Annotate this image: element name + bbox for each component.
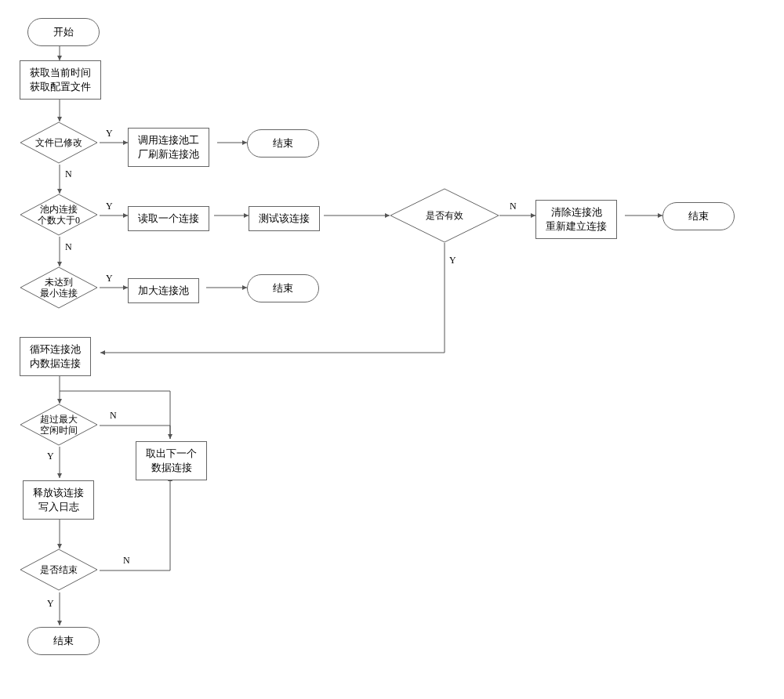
- not-min-decision: 未达到 最小连接: [20, 266, 98, 309]
- file-modified-label: 文件已修改: [35, 137, 82, 148]
- n-label-2: N: [65, 241, 72, 253]
- end4-label: 结束: [53, 634, 74, 648]
- test-conn-node: 测试该连接: [249, 206, 320, 231]
- exceed-idle-label: 超过最大 空闲时间: [40, 414, 78, 436]
- end3-label: 结束: [273, 281, 293, 295]
- flowchart-canvas: 开始 获取当前时间 获取配置文件 文件已修改 Y N 调用连接池工 厂刷新连接池…: [12, 12, 772, 694]
- is-valid-label: 是否有效: [426, 210, 463, 221]
- take-next-node: 取出下一个 数据连接: [136, 441, 207, 480]
- is-end-decision: 是否结束: [20, 549, 98, 591]
- y-label-4: Y: [106, 273, 113, 284]
- y-label: Y: [106, 128, 113, 139]
- y-label-5: Y: [47, 451, 54, 462]
- n-label-5: N: [110, 410, 117, 422]
- take-next-label: 取出下一个 数据连接: [146, 447, 197, 475]
- clear-rebuild-label: 清除连接池 重新建立连接: [546, 205, 607, 234]
- y-label-2: Y: [106, 201, 113, 212]
- release-log-label: 释放该连接 写入日志: [33, 486, 84, 514]
- enlarge-pool-node: 加大连接池: [128, 278, 199, 303]
- clear-rebuild-node: 清除连接池 重新建立连接: [535, 200, 617, 239]
- get-time-config-label: 获取当前时间 获取配置文件: [30, 66, 91, 94]
- test-conn-label: 测试该连接: [259, 212, 310, 226]
- end1-label: 结束: [273, 136, 293, 150]
- start-label: 开始: [53, 25, 74, 39]
- n-label-6: N: [123, 555, 130, 567]
- n-label-3: N: [510, 201, 517, 212]
- exceed-idle-decision: 超过最大 空闲时间: [20, 404, 98, 446]
- end4-node: 结束: [27, 627, 100, 655]
- not-min-label: 未达到 最小连接: [40, 277, 78, 299]
- pool-count-decision: 池内连接 个数大于0: [20, 194, 98, 236]
- get-time-config-node: 获取当前时间 获取配置文件: [20, 60, 101, 100]
- pool-count-label: 池内连接 个数大于0: [38, 204, 80, 226]
- read-one-label: 读取一个连接: [138, 212, 199, 226]
- end3-node: 结束: [247, 274, 319, 302]
- end2-label: 结束: [688, 209, 709, 223]
- is-valid-decision: 是否有效: [390, 188, 499, 243]
- loop-pool-node: 循环连接池 内数据连接: [20, 337, 91, 376]
- release-log-node: 释放该连接 写入日志: [23, 480, 94, 520]
- start-node: 开始: [27, 18, 100, 46]
- is-end-label: 是否结束: [40, 564, 78, 575]
- loop-pool-label: 循环连接池 内数据连接: [30, 342, 81, 371]
- end1-node: 结束: [247, 129, 319, 158]
- y-label-6: Y: [47, 598, 54, 610]
- call-factory-node: 调用连接池工 厂刷新连接池: [128, 128, 209, 167]
- read-one-node: 读取一个连接: [128, 206, 209, 231]
- end2-node: 结束: [662, 202, 735, 230]
- enlarge-pool-label: 加大连接池: [138, 284, 189, 298]
- n-label: N: [65, 168, 72, 180]
- y-label-3: Y: [449, 255, 456, 266]
- file-modified-decision: 文件已修改: [20, 121, 98, 164]
- connectors-svg: [12, 12, 772, 694]
- call-factory-label: 调用连接池工 厂刷新连接池: [138, 133, 199, 161]
